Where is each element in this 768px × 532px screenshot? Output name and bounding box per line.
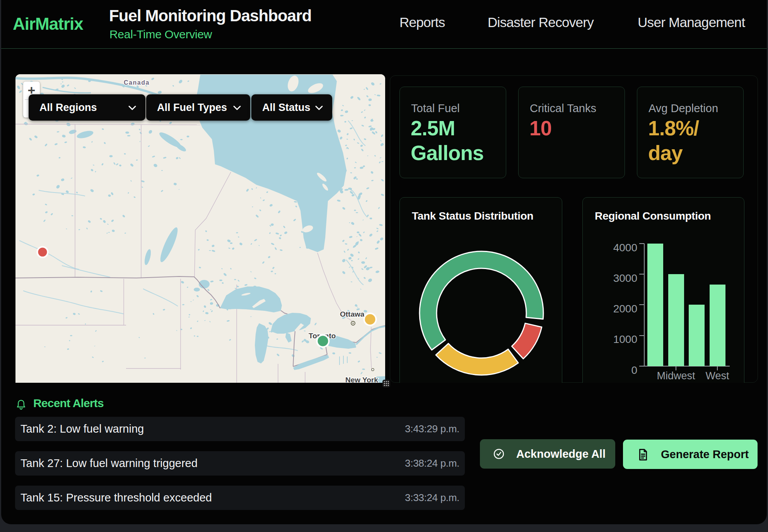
svg-text:0: 0 [631, 364, 637, 376]
svg-text:4000: 4000 [613, 242, 637, 254]
svg-text:3000: 3000 [613, 272, 637, 284]
svg-text:West: West [705, 370, 729, 382]
svg-text:Canada: Canada [124, 79, 150, 86]
svg-text:2000: 2000 [613, 303, 637, 315]
svg-text:1000: 1000 [613, 333, 637, 345]
svg-text:Midwest: Midwest [657, 370, 695, 382]
